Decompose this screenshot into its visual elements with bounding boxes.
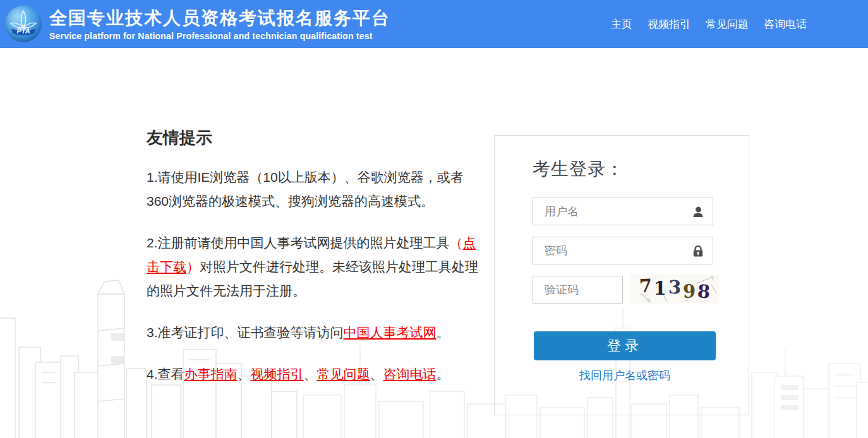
separator: 、	[238, 367, 251, 381]
notice-item-3-text: 3.准考证打印、证书查验等请访问	[147, 325, 344, 340]
video-guide-link[interactable]: 视频指引	[251, 367, 304, 381]
username-field-wrap	[533, 198, 713, 225]
phone-link[interactable]: 咨询电话	[383, 367, 437, 381]
nav-home[interactable]: 主页	[611, 17, 632, 32]
login-panel: 考生登录： 7 1 3 9	[494, 135, 749, 415]
separator: 、	[370, 367, 383, 381]
captcha-digit: 7	[639, 275, 653, 297]
header-nav: 主页 视频指引 常见问题 咨询电话	[611, 0, 807, 48]
service-guide-link[interactable]: 办事指南	[184, 367, 238, 381]
captcha-digit: 3	[668, 276, 681, 299]
login-button[interactable]: 登录	[534, 331, 716, 360]
captcha-digit: 8	[697, 280, 711, 302]
captcha-image[interactable]: 7 1 3 9 8	[630, 275, 719, 304]
cpta-site-link[interactable]: 中国人事考试网	[344, 325, 437, 340]
captcha-input[interactable]	[533, 276, 622, 303]
nav-faq[interactable]: 常见问题	[706, 17, 749, 32]
notice-item-1-text: 1.请使用IE浏览器（10以上版本）、谷歌浏览器，或者360浏览器的极速模式、搜…	[147, 170, 464, 208]
paren-open: （	[450, 235, 463, 250]
forgot-credentials-link[interactable]: 找回用户名或密码	[534, 368, 716, 383]
notice-item-1: 1.请使用IE浏览器（10以上版本）、谷歌浏览器，或者360浏览器的极速模式、搜…	[147, 165, 485, 213]
paren-close: ）	[186, 259, 200, 274]
nav-video-guide[interactable]: 视频指引	[648, 17, 690, 32]
notice-section: 友情提示 1.请使用IE浏览器（10以上版本）、谷歌浏览器，或者360浏览器的极…	[147, 127, 485, 404]
captcha-digit: 9	[683, 281, 696, 302]
separator: 、	[304, 367, 317, 381]
svg-text:PTA: PTA	[16, 27, 30, 35]
captcha-field-wrap	[533, 276, 623, 304]
captcha-digit: 1	[654, 278, 666, 299]
captcha-digits: 7 1 3 9 8	[630, 275, 719, 304]
person-icon	[691, 205, 705, 219]
notice-item-3: 3.准考证打印、证书查验等请访问中国人事考试网。	[147, 321, 485, 345]
header: PTA 全国专业技术人员资格考试报名服务平台 Service platform …	[0, 0, 868, 48]
notice-item-4-text: 4.查看	[147, 367, 184, 381]
lock-icon	[691, 244, 705, 258]
page: PTA 全国专业技术人员资格考试报名服务平台 Service platform …	[0, 0, 868, 438]
notice-item-2-text: 2.注册前请使用中国人事考试网提供的照片处理工具	[147, 235, 450, 250]
header-titles: 全国专业技术人员资格考试报名服务平台 Service platform for …	[49, 7, 390, 41]
notice-heading: 友情提示	[147, 127, 485, 149]
pta-logo[interactable]: PTA	[5, 6, 42, 42]
notice-item-4: 4.查看办事指南、视频指引、常见问题、咨询电话。	[147, 362, 485, 386]
nav-phone[interactable]: 咨询电话	[764, 17, 807, 32]
login-heading: 考生登录：	[533, 157, 624, 181]
password-input[interactable]	[533, 237, 713, 264]
site-title: 全国专业技术人员资格考试报名服务平台	[49, 7, 390, 30]
site-subtitle: Service platform for National Profession…	[49, 31, 390, 41]
password-field-wrap	[533, 237, 713, 264]
username-input[interactable]	[533, 198, 713, 225]
faq-link[interactable]: 常见问题	[317, 367, 370, 381]
notice-item-3-period: 。	[437, 325, 450, 340]
notice-item-2: 2.注册前请使用中国人事考试网提供的照片处理工具（点击下载）对照片文件进行处理。…	[147, 231, 485, 303]
pta-logo-emblem: PTA	[5, 6, 42, 42]
notice-item-4-period: 。	[437, 367, 450, 381]
